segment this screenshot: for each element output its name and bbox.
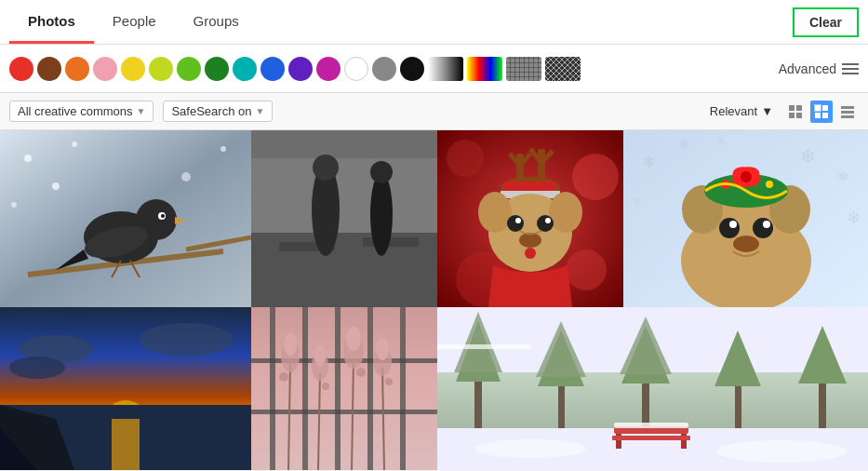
color-red[interactable]: [9, 57, 33, 81]
image-pug-costume[interactable]: [437, 130, 623, 307]
svg-point-28: [11, 202, 17, 208]
svg-point-62: [525, 248, 536, 259]
view-list[interactable]: [836, 101, 859, 123]
svg-text:❄: ❄: [800, 146, 816, 167]
svg-point-119: [322, 383, 329, 390]
svg-rect-11: [841, 115, 854, 118]
color-orange[interactable]: [65, 57, 89, 81]
svg-text:❄: ❄: [837, 168, 849, 184]
image-sunset[interactable]: [0, 307, 251, 470]
svg-rect-105: [251, 410, 437, 414]
svg-text:❄: ❄: [847, 209, 861, 227]
tab-photos[interactable]: Photos: [9, 0, 94, 44]
svg-point-118: [279, 372, 288, 382]
svg-point-55: [478, 192, 512, 233]
chevron-down-icon: ▼: [137, 106, 146, 116]
svg-rect-98: [251, 307, 437, 470]
svg-point-120: [356, 368, 366, 377]
svg-rect-4: [815, 105, 821, 111]
svg-point-115: [346, 327, 361, 351]
svg-rect-9: [841, 106, 854, 109]
color-magenta[interactable]: [316, 57, 341, 81]
svg-point-111: [284, 333, 297, 356]
svg-point-79: [766, 181, 773, 188]
svg-rect-3: [796, 113, 802, 118]
svg-rect-0: [789, 105, 795, 111]
image-flowers[interactable]: [251, 307, 437, 470]
svg-point-60: [545, 218, 551, 223]
svg-point-87: [733, 236, 759, 252]
color-pink[interactable]: [93, 57, 117, 81]
svg-point-56: [549, 192, 582, 233]
color-brown[interactable]: [37, 57, 61, 81]
svg-rect-128: [437, 344, 530, 349]
color-yellow-green[interactable]: [149, 57, 173, 81]
filter-right: Relevant ▼: [710, 101, 859, 123]
svg-rect-101: [335, 307, 341, 470]
svg-rect-100: [302, 307, 308, 470]
image-people[interactable]: [251, 130, 437, 307]
color-multi-gradient[interactable]: [467, 57, 502, 81]
advanced-button[interactable]: Advanced: [779, 61, 859, 76]
image-winter[interactable]: [437, 307, 868, 470]
svg-rect-1: [796, 105, 802, 111]
svg-rect-7: [822, 113, 828, 118]
filter-bar: All creative commons ▼ SafeSearch on ▼ R…: [0, 93, 868, 130]
svg-point-85: [729, 221, 737, 228]
image-grid: ❄ ❄ ❄ ❄ ❄ ❄ ❄: [0, 130, 868, 470]
svg-rect-10: [841, 111, 854, 114]
svg-text:❄: ❄: [633, 195, 642, 208]
view-grid-medium[interactable]: [810, 101, 833, 123]
svg-point-117: [376, 338, 389, 360]
svg-point-29: [52, 182, 60, 190]
svg-point-144: [474, 439, 586, 458]
color-white[interactable]: [344, 57, 368, 81]
svg-point-41: [447, 140, 484, 177]
image-bird[interactable]: [0, 130, 251, 307]
safesearch-dropdown[interactable]: SafeSearch on ▼: [163, 101, 273, 122]
svg-rect-95: [112, 419, 140, 470]
color-teal[interactable]: [233, 57, 257, 81]
svg-point-86: [763, 221, 770, 228]
header: Photos People Groups Clear: [0, 0, 868, 45]
svg-point-93: [9, 357, 65, 379]
color-black[interactable]: [400, 57, 424, 81]
svg-point-84: [753, 218, 773, 238]
svg-point-92: [140, 323, 233, 357]
svg-rect-39: [251, 130, 437, 307]
view-grid-small[interactable]: [784, 101, 807, 123]
color-blue[interactable]: [260, 57, 285, 81]
svg-point-59: [515, 218, 521, 223]
svg-point-42: [572, 154, 619, 200]
svg-rect-2: [789, 113, 795, 118]
tab-people[interactable]: People: [94, 0, 175, 44]
creative-commons-dropdown[interactable]: All creative commons ▼: [9, 101, 154, 122]
svg-text:❄: ❄: [642, 153, 656, 171]
svg-point-57: [507, 215, 524, 232]
svg-point-19: [161, 214, 165, 218]
tab-groups[interactable]: Groups: [175, 0, 258, 44]
svg-rect-99: [270, 307, 275, 470]
svg-rect-102: [367, 307, 373, 470]
svg-point-44: [566, 249, 607, 290]
svg-rect-6: [815, 113, 821, 118]
tab-bar: Photos People Groups: [9, 0, 258, 44]
clear-button[interactable]: Clear: [793, 7, 859, 37]
color-gray[interactable]: [372, 57, 396, 81]
svg-point-27: [220, 146, 226, 152]
svg-rect-103: [400, 307, 406, 470]
color-bw-gradient[interactable]: [428, 57, 463, 81]
image-pug-xmas[interactable]: ❄ ❄ ❄ ❄ ❄ ❄ ❄: [623, 130, 868, 307]
color-yellow[interactable]: [121, 57, 145, 81]
svg-point-25: [72, 141, 77, 147]
color-dots-pattern[interactable]: [545, 57, 581, 81]
color-purple[interactable]: [288, 57, 313, 81]
relevant-dropdown[interactable]: Relevant ▼: [710, 104, 773, 118]
color-grid-pattern[interactable]: [506, 57, 541, 81]
color-green[interactable]: [177, 57, 201, 81]
svg-point-26: [181, 172, 191, 182]
color-dark-green[interactable]: [205, 57, 229, 81]
svg-rect-5: [822, 105, 828, 111]
view-toggle: [784, 101, 859, 123]
svg-point-113: [314, 345, 326, 366]
